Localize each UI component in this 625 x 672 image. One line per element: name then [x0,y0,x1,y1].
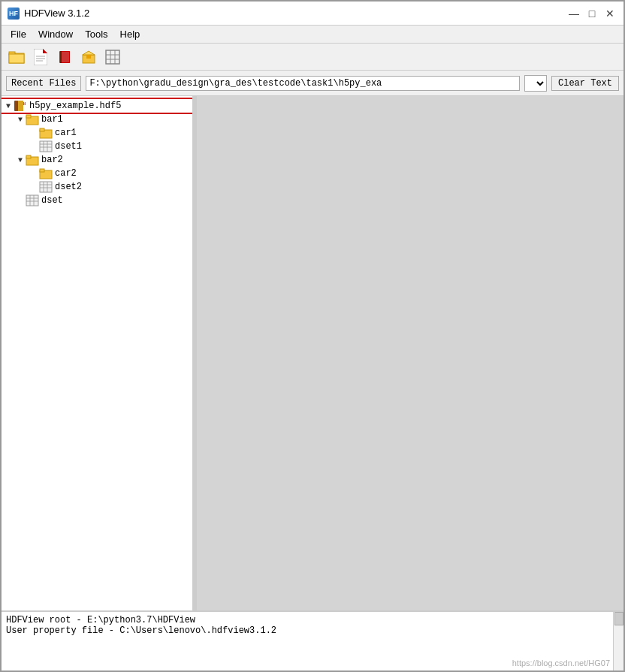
clear-text-button[interactable]: Clear Text [551,76,619,91]
new-file-btn[interactable] [30,47,51,68]
tree-node-bar1[interactable]: ▼ bar1 [2,113,192,126]
svg-rect-15 [106,50,119,64]
status-line-2: User property file - C:\Users\lenovo\.hd… [6,625,619,636]
svg-rect-25 [26,115,31,118]
group-icon-car1 [39,127,53,139]
svg-rect-10 [61,52,69,62]
scrollbar-thumb[interactable] [614,612,623,625]
content-panel [197,96,623,610]
maximize-button[interactable]: □ [584,6,599,21]
label-dset2: dset2 [55,182,82,192]
tree-node-h5py-example[interactable]: ▼ H h5py_example.hdf5 [2,99,192,113]
tree-node-car1[interactable]: car1 [2,126,192,140]
menu-file[interactable]: File [5,27,32,41]
svg-rect-37 [40,182,52,192]
menu-window[interactable]: Window [32,27,79,41]
label-bar2: bar2 [41,155,63,165]
open-folder-btn[interactable] [6,47,27,68]
tree-panel: ▼ H h5py_example.hdf5 ▼ bar1 [2,96,193,610]
svg-rect-27 [40,128,44,131]
file-path-dropdown[interactable] [524,75,547,92]
close-button[interactable]: ✕ [602,6,617,21]
dataset-icon-dset [26,194,39,206]
svg-marker-13 [83,51,95,55]
file-icon-h5py-example: H [14,100,27,112]
svg-rect-34 [26,155,31,158]
recent-files-button[interactable]: Recent Files [6,76,81,91]
watermark: https://blog.csdn.net/HG07 [512,658,610,667]
group-icon-bar1 [26,113,39,125]
dataset-icon-dset1 [39,140,53,152]
status-scrollbar[interactable] [613,612,623,670]
book-btn[interactable] [54,47,75,68]
tree-node-dset2[interactable]: dset2 [2,180,192,194]
svg-marker-4 [43,49,47,53]
svg-text:H: H [23,102,26,107]
label-bar1: bar1 [41,114,63,125]
svg-rect-36 [40,169,44,172]
svg-rect-2 [9,54,24,63]
label-h5py-example: h5py_example.hdf5 [29,101,121,111]
group-icon-bar2 [26,154,39,166]
label-dset: dset [41,195,63,206]
menu-bar: File Window Tools Help [2,26,623,44]
title-bar: HF HDFView 3.1.2 — □ ✕ [2,2,623,26]
app-icon: HF [8,8,20,20]
toggle-h5py-example[interactable]: ▼ [3,102,14,110]
title-controls: — □ ✕ [566,6,617,21]
dataset-icon-dset2 [39,181,53,193]
menu-tools[interactable]: Tools [79,27,113,41]
svg-rect-28 [40,141,52,152]
tree-node-dset[interactable]: dset [2,194,192,207]
group-icon-car2 [39,167,53,179]
file-path-input[interactable] [86,76,520,91]
title-bar-left: HF HDFView 3.1.2 [8,8,89,20]
svg-rect-42 [26,195,38,206]
status-line-1: HDFView root - E:\python3.7\HDFView [6,615,619,625]
package-btn[interactable] [78,47,99,68]
label-car2: car2 [55,168,77,179]
label-dset1: dset1 [55,141,82,152]
tree-node-bar2[interactable]: ▼ bar2 [2,153,192,167]
toggle-bar2[interactable]: ▼ [15,156,26,164]
toggle-bar1[interactable]: ▼ [15,116,26,124]
status-bar: HDFView root - E:\python3.7\HDFView User… [2,610,623,670]
main-content: ▼ H h5py_example.hdf5 ▼ bar1 [2,96,623,610]
svg-rect-14 [86,55,91,59]
tree-node-dset1[interactable]: dset1 [2,140,192,153]
toolbar [2,44,623,71]
app-title: HDFView 3.1.2 [24,8,89,19]
file-bar: Recent Files Clear Text [2,71,623,96]
table-btn[interactable] [102,47,123,68]
menu-help[interactable]: Help [114,27,146,41]
tree-node-car2[interactable]: car2 [2,167,192,180]
label-car1: car1 [55,128,77,138]
svg-rect-22 [16,101,18,111]
minimize-button[interactable]: — [566,6,581,21]
